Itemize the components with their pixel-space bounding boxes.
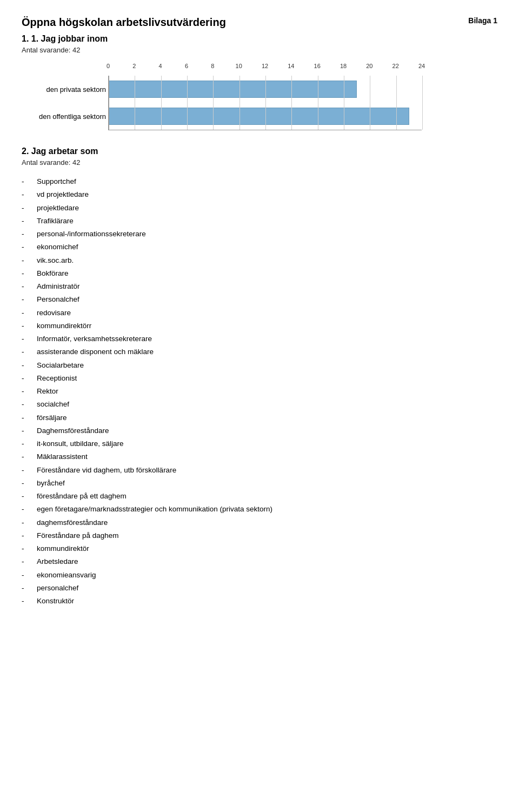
grid-line xyxy=(370,76,370,130)
list-item-text: Personalchef xyxy=(37,294,79,305)
section1-antal: Antal svarande: 42 xyxy=(22,46,497,54)
list-item: -Informatör, verksamhetssekreterare xyxy=(22,332,497,345)
list-dash: - xyxy=(22,465,28,476)
list-item: -projektledare xyxy=(22,202,497,215)
list-dash: - xyxy=(22,478,28,489)
grid-line xyxy=(213,76,214,130)
list-dash: - xyxy=(22,255,28,266)
section2-title: 2. Jag arbetar som xyxy=(22,147,497,156)
bar-label: den offentliga sektorn xyxy=(22,112,106,121)
list-dash: - xyxy=(22,308,28,318)
list-item-text: föreståndare på ett daghem xyxy=(37,491,127,502)
list-item: -Bokförare xyxy=(22,267,497,280)
list-dash: - xyxy=(22,583,28,594)
list-dash: - xyxy=(22,334,28,344)
list-dash: - xyxy=(22,229,28,239)
list-item-text: assisterande disponent och mäklare xyxy=(37,347,154,357)
list-item: -socialchef xyxy=(22,398,497,411)
axis-label: 22 xyxy=(392,63,399,69)
grid-line xyxy=(187,76,188,130)
list-item-text: Föreståndare på daghem xyxy=(37,530,119,541)
chart-container: 024681012141618202224 den privata sektor… xyxy=(22,63,497,130)
chart-axis-labels: 024681012141618202224 xyxy=(108,63,422,74)
section1: 1. 1. Jag jobbar inom Antal svarande: 42… xyxy=(22,34,497,130)
list-item-text: vd projektledare xyxy=(37,189,89,200)
list-item-text: Socialarbetare xyxy=(37,360,84,371)
grid-line xyxy=(135,76,135,130)
list-item-text: ekonomichef xyxy=(37,242,78,252)
list-dash: - xyxy=(22,438,28,449)
list-item: -daghemsföreståndare xyxy=(22,516,497,529)
list-item: -Föreståndare vid daghem, utb förskollär… xyxy=(22,464,497,477)
list-item-text: Arbetsledare xyxy=(37,556,78,567)
list-item-text: egen företagare/marknadsstrategier och k… xyxy=(37,504,272,515)
grid-line xyxy=(109,76,109,130)
list-dash: - xyxy=(22,347,28,357)
list-item: -Daghemsföreståndare xyxy=(22,424,497,437)
axis-label: 4 xyxy=(159,63,162,69)
list-item-text: Supportchef xyxy=(37,176,76,187)
list-dash: - xyxy=(22,451,28,462)
grid-line xyxy=(291,76,292,130)
list-item-text: Bokförare xyxy=(37,268,69,279)
section1-title: 1. 1. Jag jobbar inom xyxy=(22,34,497,44)
list-item-text: projektledare xyxy=(37,203,79,214)
list-item: -försäljare xyxy=(22,411,497,424)
list-item: -Rektor xyxy=(22,385,497,398)
axis-label: 16 xyxy=(314,63,321,69)
list-item-text: kommundirektörr xyxy=(37,321,91,331)
list-item-text: vik.soc.arb. xyxy=(37,255,74,266)
list-item-text: byråchef xyxy=(37,478,65,489)
grid-line xyxy=(239,76,240,130)
list-item-text: kommundirektör xyxy=(37,543,89,554)
list-item-text: daghemsföreståndare xyxy=(37,517,108,528)
axis-label: 2 xyxy=(132,63,136,69)
list-item: -föreståndare på ett daghem xyxy=(22,490,497,503)
list-dash: - xyxy=(22,596,28,607)
list-item: -Receptionist xyxy=(22,372,497,385)
axis-label: 0 xyxy=(107,63,110,69)
list-item: -byråchef xyxy=(22,477,497,490)
list-item-text: redovisare xyxy=(37,308,71,318)
list-dash: - xyxy=(22,412,28,423)
grid-line xyxy=(396,76,397,130)
list-item-text: Föreståndare vid daghem, utb förskollära… xyxy=(37,465,176,476)
list-dash: - xyxy=(22,556,28,567)
list-dash: - xyxy=(22,216,28,227)
list-item-text: Trafiklärare xyxy=(37,216,74,227)
list-item: -vik.soc.arb. xyxy=(22,254,497,267)
axis-label: 8 xyxy=(211,63,214,69)
list-item: -Personalchef xyxy=(22,293,497,306)
bar-label: den privata sektorn xyxy=(22,85,106,94)
list-item: -Socialarbetare xyxy=(22,359,497,372)
grid-line xyxy=(161,76,162,130)
list-item: -ekonomieansvarig xyxy=(22,569,497,582)
list-item-text: Informatör, verksamhetssekreterare xyxy=(37,334,152,344)
list-dash: - xyxy=(22,294,28,305)
list-item: -it-konsult, utbildare, säljare xyxy=(22,437,497,450)
list-dash: - xyxy=(22,491,28,502)
grid-line xyxy=(318,76,318,130)
list-dash: - xyxy=(22,242,28,252)
list-item: -Mäklarassistent xyxy=(22,450,497,463)
list-dash: - xyxy=(22,373,28,384)
axis-label: 18 xyxy=(340,63,347,69)
list-dash: - xyxy=(22,530,28,541)
axis-label: 12 xyxy=(262,63,268,69)
list-dash: - xyxy=(22,189,28,200)
list-item-text: Rektor xyxy=(37,386,58,397)
list-item: -ekonomichef xyxy=(22,241,497,254)
axis-label: 14 xyxy=(288,63,294,69)
list-item-text: ekonomieansvarig xyxy=(37,570,96,581)
list-item-text: personal-/informationssekreterare xyxy=(37,229,146,239)
list-item: -assisterande disponent och mäklare xyxy=(22,345,497,358)
list-item-text: Administratör xyxy=(37,281,80,292)
list-item-text: försäljare xyxy=(37,412,67,423)
list-dash: - xyxy=(22,517,28,528)
section2-antal: Antal svarande: 42 xyxy=(22,158,497,167)
axis-label: 6 xyxy=(185,63,188,69)
list-dash: - xyxy=(22,203,28,214)
page-header: Öppna högskolan arbetslivsutvärdering Bi… xyxy=(22,16,497,29)
list-item: -Arbetsledare xyxy=(22,555,497,568)
list-item-text: personalchef xyxy=(37,583,78,594)
